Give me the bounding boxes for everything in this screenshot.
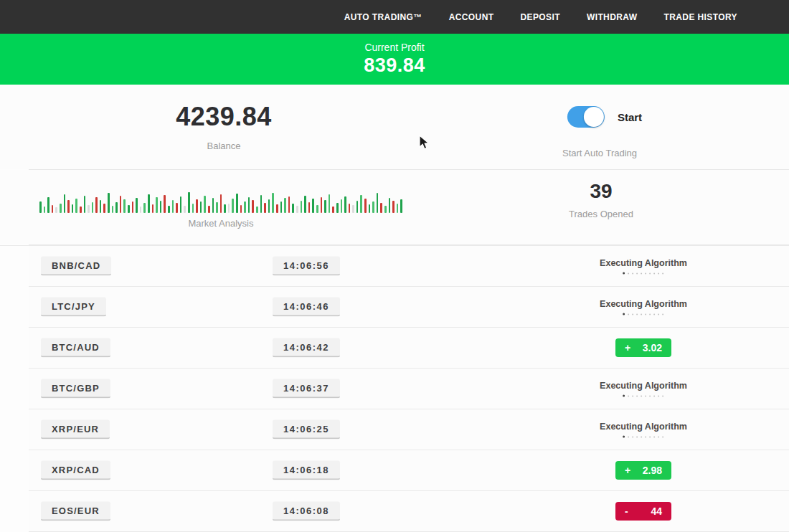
- candle-bar: [176, 203, 178, 213]
- loss-badge: -44: [615, 502, 671, 521]
- progress-dot: [641, 272, 642, 274]
- progress-dot: [636, 395, 638, 396]
- candle-bar: [164, 195, 166, 213]
- progress-dot: [653, 272, 655, 274]
- pair-pill[interactable]: BTC/GBP: [41, 379, 110, 399]
- trade-row: BNB/CAD14:06:56Executing Algorithm: [29, 246, 789, 287]
- candle-bar: [132, 201, 134, 213]
- candle-bar: [204, 196, 206, 213]
- candle-bar: [360, 195, 362, 213]
- candle-bar: [397, 204, 399, 213]
- progress-dot: [649, 395, 651, 396]
- pair-pill[interactable]: EOS/EUR: [41, 502, 110, 521]
- trade-row: EOS/EUR14:06:08-44: [29, 491, 789, 532]
- candle-bar: [288, 196, 290, 213]
- progress-dot: [628, 395, 629, 396]
- executing-label: Executing Algorithm: [600, 422, 687, 432]
- status-cell: Executing Algorithm: [600, 422, 687, 438]
- nav-item[interactable]: WITHDRAW: [587, 12, 638, 22]
- trade-row: XRP/EUR14:06:25Executing Algorithm: [29, 409, 789, 450]
- candle-bar: [196, 199, 198, 213]
- candle-bar: [244, 201, 246, 213]
- candle-bar: [372, 201, 374, 213]
- candle-bar: [316, 205, 318, 213]
- candle-bar: [75, 199, 77, 213]
- status-cell: Executing Algorithm: [600, 258, 687, 275]
- candle-bar: [39, 201, 42, 213]
- status-cell: Executing Algorithm: [600, 381, 687, 397]
- market-analysis-block: Market Analysis: [39, 187, 402, 229]
- current-profit-banner: Current Profit 839.84: [0, 34, 789, 85]
- balance-section: 4239.84 Balance Start Start Auto Trading: [0, 85, 789, 169]
- progress-dot: [658, 272, 659, 274]
- candle-bar: [377, 193, 379, 213]
- candle-bar: [100, 200, 102, 213]
- progress-dot: [649, 436, 651, 437]
- profit-badge: +3.02: [615, 338, 671, 357]
- candle-bar: [344, 196, 346, 213]
- progress-dot: [623, 313, 625, 315]
- pair-pill[interactable]: LTC/JPY: [41, 298, 106, 317]
- candle-bar: [280, 201, 283, 213]
- candle-bar: [224, 204, 226, 213]
- toggle-label: Start: [618, 111, 642, 123]
- candle-bar: [128, 205, 130, 213]
- candle-bar: [80, 206, 82, 213]
- candle-bar: [268, 199, 270, 213]
- progress-dot: [649, 272, 651, 274]
- trades-opened-label: Trades Opened: [569, 209, 633, 219]
- progress-dot: [662, 395, 663, 396]
- status-cell: +3.02: [615, 338, 671, 357]
- candle-bar: [184, 206, 186, 213]
- auto-trading-toggle[interactable]: [567, 106, 605, 128]
- candle-bar: [256, 206, 258, 213]
- auto-trading-toggle-block: Start: [567, 106, 642, 128]
- candle-bar: [292, 204, 294, 213]
- executing-label: Executing Algorithm: [600, 381, 687, 391]
- progress-dot: [662, 272, 663, 274]
- candle-bar: [44, 206, 46, 213]
- candle-bar: [352, 205, 354, 213]
- time-pill: 14:06:56: [273, 257, 340, 276]
- candle-bar: [252, 200, 254, 213]
- progress-dot: [641, 313, 642, 315]
- candle-bar: [380, 203, 382, 213]
- candle-bar: [152, 204, 154, 213]
- balance-label: Balance: [176, 141, 272, 151]
- progress-dot: [636, 313, 638, 315]
- nav-item[interactable]: DEPOSIT: [520, 12, 559, 22]
- candle-bar: [296, 206, 298, 213]
- nav-item[interactable]: AUTO TRADING™: [344, 12, 422, 22]
- nav-item[interactable]: TRADE HISTORY: [663, 12, 737, 22]
- badge-sign: +: [625, 342, 630, 353]
- candle-bar: [55, 207, 57, 213]
- candle-bar: [192, 204, 194, 213]
- market-analysis-label: Market Analysis: [39, 218, 402, 229]
- progress-dot: [641, 436, 642, 437]
- candle-bar: [103, 204, 105, 213]
- candle-bar: [284, 198, 286, 213]
- time-pill: 14:06:25: [273, 420, 340, 440]
- pair-pill[interactable]: BTC/AUD: [41, 338, 110, 358]
- progress-dot: [628, 313, 629, 315]
- progress-dot: [662, 436, 663, 437]
- progress-dot: [623, 395, 625, 397]
- candle-bar: [136, 198, 138, 213]
- candle-bar: [67, 200, 70, 213]
- progress-dot: [632, 313, 633, 315]
- executing-label: Executing Algorithm: [600, 258, 687, 268]
- progress-dot: [628, 436, 629, 437]
- market-analysis-chart: [39, 187, 402, 213]
- pair-pill[interactable]: XRP/CAD: [41, 461, 110, 480]
- nav-item[interactable]: ACCOUNT: [449, 12, 494, 22]
- pair-pill[interactable]: XRP/EUR: [41, 420, 110, 440]
- pair-pill[interactable]: BNB/CAD: [41, 257, 111, 276]
- progress-dot: [653, 436, 655, 437]
- market-section: Market Analysis 39 Trades Opened: [0, 170, 789, 244]
- candle-bar: [329, 194, 331, 213]
- trade-row: LTC/JPY14:06:46Executing Algorithm: [29, 287, 789, 328]
- progress-dot: [636, 272, 638, 274]
- candle-bar: [392, 201, 394, 213]
- trade-row: BTC/GBP14:06:37Executing Algorithm: [29, 369, 789, 409]
- candle-bar: [232, 199, 234, 213]
